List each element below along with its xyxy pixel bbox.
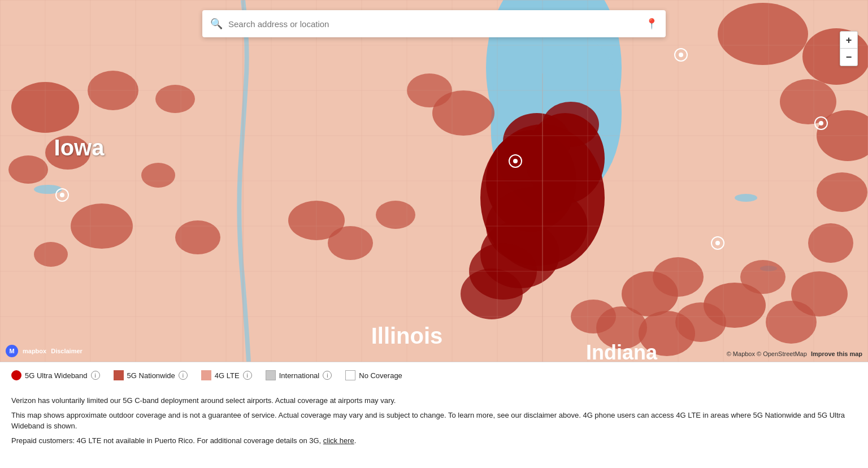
4g-lte-swatch xyxy=(201,370,211,380)
disclaimer-section: Verizon has voluntarily limited our 5G C… xyxy=(0,388,868,458)
4g-lte-info-icon[interactable]: i xyxy=(243,371,252,380)
svg-point-81 xyxy=(715,241,720,245)
zoom-controls: + − xyxy=(840,31,858,66)
international-info-icon[interactable]: i xyxy=(323,371,332,380)
5g-ultra-swatch xyxy=(11,370,21,380)
legend: 5G Ultra Wideband i 5G Nationwide i 4G L… xyxy=(0,362,868,388)
svg-point-9 xyxy=(8,155,48,184)
search-bar[interactable]: 🔍 📍 xyxy=(202,10,666,37)
svg-text:Iowa: Iowa xyxy=(54,135,105,160)
5g-nationwide-info-icon[interactable]: i xyxy=(179,371,188,380)
legend-item-5g-nationwide: 5G Nationwide i xyxy=(114,370,188,380)
4g-lte-label: 4G LTE xyxy=(215,371,240,380)
improve-map-link[interactable]: Improve this map xyxy=(811,350,862,357)
svg-point-19 xyxy=(718,3,808,65)
no-coverage-label: No Coverage xyxy=(359,371,402,380)
mapbox-logo: M mapbox Disclaimer xyxy=(6,345,83,357)
svg-point-3 xyxy=(735,194,757,202)
mapbox-label: mapbox xyxy=(23,348,46,354)
svg-point-16 xyxy=(376,201,415,229)
disclaimer-text-2: This map shows approximate outdoor cover… xyxy=(11,410,857,432)
svg-point-2 xyxy=(34,185,62,194)
legend-item-international: International i xyxy=(266,370,332,380)
map-container: Iowa Illinois Indiana 🔍 📍 + − M mapbox D… xyxy=(0,0,868,362)
disclaimer-text-1: Verizon has voluntarily limited our 5G C… xyxy=(11,395,857,406)
svg-text:Illinois: Illinois xyxy=(371,323,443,348)
svg-point-79 xyxy=(819,121,823,125)
disclaimer-link[interactable]: Disclaimer xyxy=(51,348,83,354)
svg-point-77 xyxy=(679,53,683,57)
5g-nationwide-swatch xyxy=(114,370,124,380)
disclaimer-text-3: Prepaid customers: 4G LTE not available … xyxy=(11,435,857,447)
search-icon: 🔍 xyxy=(210,18,223,30)
attribution-text: © Mapbox © OpenStreetMap xyxy=(727,350,807,357)
svg-point-13 xyxy=(175,220,220,254)
international-swatch xyxy=(266,370,276,380)
svg-point-20 xyxy=(802,28,868,85)
search-input[interactable] xyxy=(228,19,640,29)
svg-point-75 xyxy=(513,159,518,163)
svg-point-12 xyxy=(34,242,68,267)
international-label: International xyxy=(279,371,320,380)
svg-point-41 xyxy=(461,268,523,319)
svg-point-23 xyxy=(817,172,867,212)
svg-point-73 xyxy=(60,193,64,197)
svg-point-7 xyxy=(155,85,195,113)
zoom-out-button[interactable]: − xyxy=(840,49,857,66)
zoom-in-button[interactable]: + xyxy=(840,32,857,49)
5g-ultra-info-icon[interactable]: i xyxy=(91,371,100,380)
svg-point-26 xyxy=(766,301,817,344)
svg-point-24 xyxy=(808,223,853,263)
map-svg: Iowa Illinois Indiana xyxy=(0,0,868,362)
click-here-link[interactable]: click here xyxy=(323,436,354,445)
svg-point-10 xyxy=(141,163,175,188)
no-coverage-swatch xyxy=(345,370,355,380)
legend-item-5g-ultra: 5G Ultra Wideband i xyxy=(11,370,100,380)
mapbox-circle-icon: M xyxy=(6,345,18,357)
location-icon[interactable]: 📍 xyxy=(645,18,658,30)
map-attribution: © Mapbox © OpenStreetMap Improve this ma… xyxy=(727,350,862,357)
svg-point-43 xyxy=(542,102,599,147)
5g-ultra-label: 5G Ultra Wideband xyxy=(25,371,88,380)
svg-point-15 xyxy=(328,226,373,260)
legend-item-4g-lte: 4G LTE i xyxy=(201,370,252,380)
svg-text:Indiana: Indiana xyxy=(586,341,658,362)
5g-nationwide-label: 5G Nationwide xyxy=(127,371,175,380)
legend-item-no-coverage: No Coverage xyxy=(345,370,402,380)
